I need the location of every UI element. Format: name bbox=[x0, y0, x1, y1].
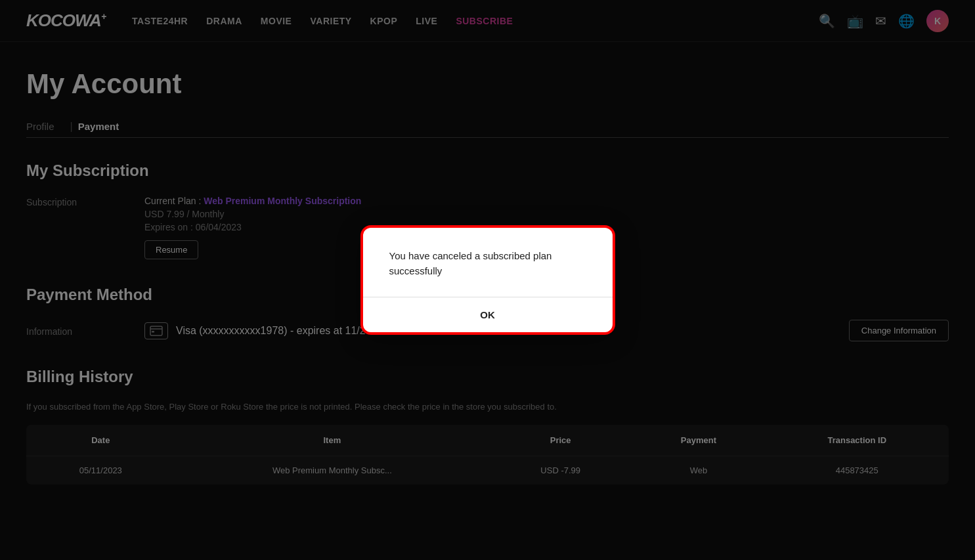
modal: You have canceled a subscribed plan succ… bbox=[363, 228, 613, 332]
modal-body: You have canceled a subscribed plan succ… bbox=[389, 249, 586, 278]
modal-footer: OK bbox=[389, 297, 586, 332]
modal-ok-button[interactable]: OK bbox=[467, 307, 508, 323]
modal-message: You have canceled a subscribed plan succ… bbox=[389, 249, 586, 278]
modal-overlay: You have canceled a subscribed plan succ… bbox=[0, 0, 975, 560]
